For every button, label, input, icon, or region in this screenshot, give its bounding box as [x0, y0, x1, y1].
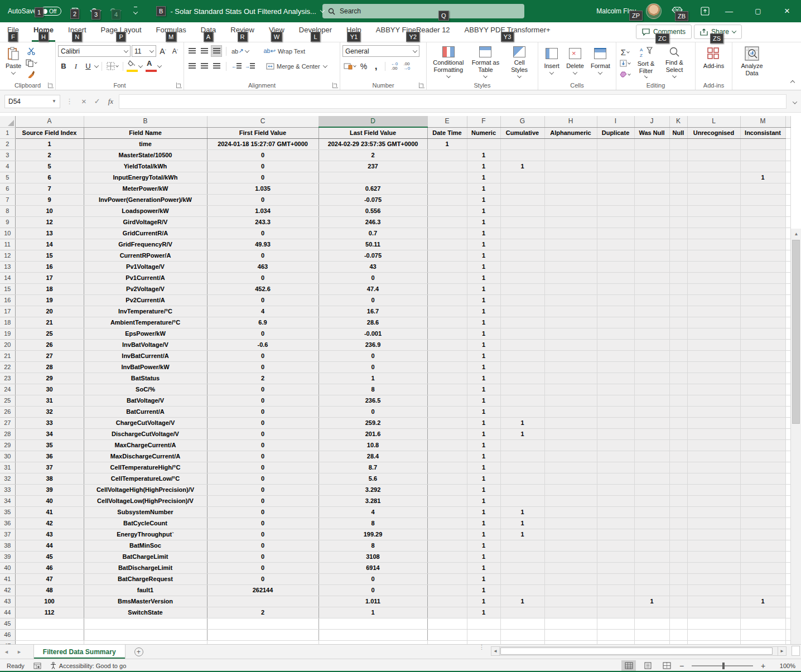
grid-cell[interactable]: 0: [207, 161, 319, 172]
grid-cell[interactable]: [597, 328, 634, 340]
grid-cell[interactable]: 2: [207, 373, 319, 384]
grid-cell[interactable]: [500, 295, 544, 306]
grid-cell[interactable]: [427, 317, 467, 328]
row-header-9[interactable]: 9: [0, 217, 15, 228]
grid-cell[interactable]: [544, 429, 597, 440]
grid-cell[interactable]: [544, 373, 597, 384]
grid-cell[interactable]: [500, 351, 544, 362]
grid-cell[interactable]: [634, 340, 669, 351]
grid-cell[interactable]: 1: [467, 206, 500, 217]
grid-cell[interactable]: [740, 462, 785, 473]
grid-cell[interactable]: 1: [467, 607, 500, 618]
grid-cell[interactable]: 1: [634, 596, 669, 607]
grid-cell[interactable]: [634, 273, 669, 284]
row-header-37[interactable]: 37: [0, 529, 15, 540]
grid-cell[interactable]: [597, 139, 634, 150]
grid-cell[interactable]: 1: [467, 596, 500, 607]
grid-cell[interactable]: [634, 485, 669, 496]
grid-cell[interactable]: MaxDischargeCurrent/A: [84, 451, 207, 462]
grid-cell[interactable]: Numeric: [467, 127, 500, 139]
grid-cell[interactable]: [427, 485, 467, 496]
grid-cell[interactable]: [500, 574, 544, 585]
grid-cell[interactable]: fault1: [84, 585, 207, 596]
grid-cell[interactable]: [597, 351, 634, 362]
grid-cell[interactable]: [687, 451, 740, 462]
grid-cell[interactable]: [597, 462, 634, 473]
grid-cell[interactable]: [634, 585, 669, 596]
grid-cell[interactable]: [15, 618, 84, 630]
grid-cell[interactable]: [207, 618, 319, 630]
grid-cell[interactable]: [740, 485, 785, 496]
grid-cell[interactable]: 1: [467, 273, 500, 284]
grid-cell[interactable]: [669, 462, 687, 473]
row-header-8[interactable]: 8: [0, 206, 15, 217]
grid-cell[interactable]: [467, 630, 500, 641]
grid-cell[interactable]: [597, 518, 634, 529]
grid-cell[interactable]: [740, 351, 785, 362]
grid-cell[interactable]: [687, 306, 740, 317]
row-header-34[interactable]: 34: [0, 496, 15, 507]
grid-cell[interactable]: 4: [319, 507, 427, 518]
grid-cell[interactable]: Pv1Voltage/V: [84, 262, 207, 273]
grid-cell[interactable]: 1: [427, 139, 467, 150]
grid-cell[interactable]: Inconsistant: [740, 127, 785, 139]
font-color-button[interactable]: A: [146, 60, 157, 72]
grid-cell[interactable]: [669, 373, 687, 384]
middle-align-button[interactable]: [199, 45, 210, 57]
grid-cell[interactable]: [785, 362, 790, 373]
decrease-decimal-button[interactable]: .00→0: [401, 60, 412, 72]
grid-cell[interactable]: [544, 440, 597, 451]
grid-cell[interactable]: [669, 284, 687, 295]
grid-cell[interactable]: [597, 473, 634, 485]
grid-cell[interactable]: 8.7: [319, 462, 427, 473]
grid-cell[interactable]: [544, 161, 597, 172]
column-header-F[interactable]: F: [467, 116, 500, 127]
grid-cell[interactable]: [427, 596, 467, 607]
grid-cell[interactable]: [597, 395, 634, 407]
comments-button[interactable]: Comments ZC: [636, 25, 692, 39]
tab-insert[interactable]: InsertN: [61, 22, 94, 42]
enter-formula-button[interactable]: ✓: [94, 97, 100, 105]
grid-cell[interactable]: [597, 161, 634, 172]
grid-cell[interactable]: [500, 217, 544, 228]
grid-cell[interactable]: [785, 596, 790, 607]
grid-cell[interactable]: [669, 418, 687, 429]
grid-cell[interactable]: [669, 585, 687, 596]
grid-cell[interactable]: [669, 161, 687, 172]
grid-cell[interactable]: [669, 552, 687, 563]
grid-cell[interactable]: [785, 206, 790, 217]
grid-cell[interactable]: [687, 172, 740, 183]
grid-cell[interactable]: AmbientTemperature/°C: [84, 317, 207, 328]
grid-cell[interactable]: [500, 630, 544, 641]
grid-cell[interactable]: [427, 328, 467, 340]
grid-cell[interactable]: [785, 451, 790, 462]
premium-button[interactable]: ZB: [672, 7, 683, 16]
row-header-30[interactable]: 30: [0, 451, 15, 462]
grid-cell[interactable]: [500, 317, 544, 328]
grid-cell[interactable]: [15, 630, 84, 641]
grid-cell[interactable]: [785, 195, 790, 206]
grid-cell[interactable]: [544, 284, 597, 295]
grid-cell[interactable]: [544, 183, 597, 195]
grid-cell[interactable]: [669, 496, 687, 507]
grid-cell[interactable]: [427, 540, 467, 552]
grid-cell[interactable]: 0: [207, 429, 319, 440]
grid-cell[interactable]: [785, 552, 790, 563]
row-header-12[interactable]: 12: [0, 250, 15, 262]
number-format-select[interactable]: General: [342, 45, 419, 57]
grid-cell[interactable]: [669, 183, 687, 195]
grid-cell[interactable]: 1: [467, 150, 500, 161]
grid-cell[interactable]: [740, 150, 785, 161]
grid-cell[interactable]: 0: [319, 585, 427, 596]
grid-cell[interactable]: [634, 429, 669, 440]
grid-cell[interactable]: 0: [207, 473, 319, 485]
grid-cell[interactable]: [427, 295, 467, 306]
grid-cell[interactable]: [740, 206, 785, 217]
grid-cell[interactable]: 1: [467, 518, 500, 529]
grid-cell[interactable]: Loadspower/kW: [84, 206, 207, 217]
grid-cell[interactable]: 1: [467, 384, 500, 395]
grid-cell[interactable]: [427, 362, 467, 373]
grid-cell[interactable]: [740, 217, 785, 228]
grid-cell[interactable]: [740, 540, 785, 552]
grid-cell[interactable]: [634, 362, 669, 373]
